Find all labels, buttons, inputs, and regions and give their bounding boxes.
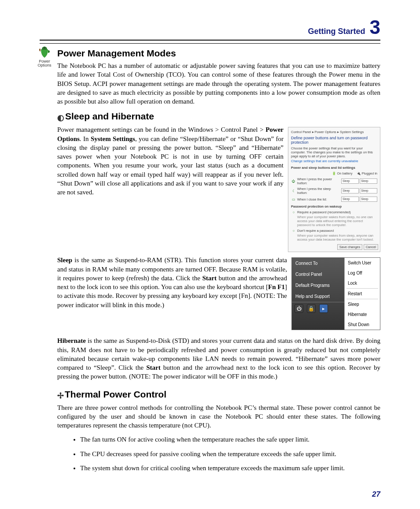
sm-power-bar: ⏻ 🔒 ▸ (292, 302, 344, 315)
sleep-icon: ☾ (291, 189, 296, 193)
sm-hibernate: Hibernate (345, 309, 380, 320)
section-thermal: ✢Thermal Power Control There are three p… (57, 389, 380, 473)
margin-icon-label-2: Options (37, 63, 51, 67)
ss-password-section: Password protection on wakeup (290, 203, 378, 209)
sm-restart: Restart (345, 289, 380, 299)
power-kettle-icon (38, 46, 51, 59)
header-title: Getting Started (308, 27, 365, 39)
svg-rect-0 (44, 47, 45, 48)
screenshot-system-settings: Control Panel ▸ Power Options ▸ System S… (288, 127, 380, 252)
sm-control-panel: Control Panel (292, 269, 344, 280)
power-options-margin-icon: Power Options (34, 46, 55, 68)
sm-shut-down: Shut Down (345, 320, 380, 330)
heading-thermal: ✢Thermal Power Control (57, 389, 380, 401)
thermal-bullet-1: The fan turns ON for active cooling when… (80, 435, 380, 444)
section-sleep-hibernate: ◐Sleep and Hibernate Control Panel ▸ Pow… (57, 111, 380, 381)
para-power-management: The Notebook PC has a number of automati… (57, 61, 380, 106)
sm-help-support: Help and Support (292, 291, 344, 302)
lid-icon: ▭ (291, 197, 296, 201)
ss-col-headers: 🔋 On battery 🔌 Plugged in (290, 171, 378, 176)
header-rule-thick (40, 40, 380, 41)
ss-opt2-desc: When your computer wakes from sleep, any… (290, 234, 378, 242)
ss-row-sleep: ☾ When I press the sleep button: Sleep S… (290, 186, 378, 196)
sm-left-col: Connect To Control Panel Default Program… (292, 258, 344, 330)
heading-sleep-hibernate: ◐Sleep and Hibernate (57, 111, 380, 123)
header-rule-thin (40, 43, 380, 44)
ss-opt-norequire: ○Don't require a password (290, 228, 378, 234)
sm-log-off: Log Off (345, 268, 380, 278)
sm-right-col: Switch User Log Off Lock Restart Sleep H… (344, 258, 380, 330)
sm-power-icon: ⏻ (295, 304, 303, 313)
ss-opt-require: ○Require a password (recommended) (290, 209, 378, 215)
power-icon: ⏻ (291, 179, 296, 183)
ss-subtitle: Choose the power settings that you want … (290, 146, 378, 159)
sm-lock-icon: 🔒 (307, 304, 316, 313)
ss-breadcrumb: Control Panel ▸ Power Options ▸ System S… (290, 129, 378, 135)
ss-row-lid: ▭ When I close the lid: Sleep Sleep (290, 196, 378, 203)
sm-switch-user: Switch User (345, 258, 380, 268)
fan-icon: ✢ (57, 391, 64, 400)
moon-icon: ◐ (57, 113, 64, 122)
section-power-modes: Power Options Power Management Modes The… (57, 48, 380, 106)
page-header: Getting Started 3 (40, 18, 380, 40)
ss-title: Define power buttons and turn on passwor… (290, 135, 378, 146)
sm-arrow-icon: ▸ (319, 304, 328, 313)
sm-default-programs: Default Programs (292, 280, 344, 291)
sm-connect-to: Connect To (292, 258, 344, 269)
sm-lock: Lock (345, 278, 380, 288)
ss-change-link: Change settings that are currently unava… (290, 159, 378, 164)
thermal-bullet-3: The system shut down for critical coolin… (80, 464, 380, 472)
page-number: 27 (40, 490, 380, 499)
para-thermal-intro: There are three power control methods fo… (57, 403, 380, 430)
sm-sleep: Sleep (345, 299, 380, 309)
thermal-bullet-list: The fan turns ON for active cooling when… (57, 435, 380, 472)
heading-power-management-modes: Power Management Modes (57, 48, 380, 59)
ss-row-power: ⏻ When I press the power button: Sleep S… (290, 176, 378, 186)
ss-buttons: Save changes Cancel (290, 242, 378, 250)
ss-save-button: Save changes (337, 244, 363, 250)
chapter-number: 3 (370, 18, 380, 37)
thermal-bullet-2: The CPU decreases speed for passive cool… (80, 450, 380, 458)
ss-cancel-button: Cancel (364, 244, 378, 250)
screenshot-start-menu: Connect To Control Panel Default Program… (291, 257, 380, 330)
para-hibernate-std: Hibernate is the same as Suspend-to-Disk… (57, 336, 380, 381)
ss-opt1-desc: When your computer wakes from sleep, no … (290, 215, 378, 228)
ss-section-buttons: Power and sleep buttons and lid settings (290, 164, 378, 171)
